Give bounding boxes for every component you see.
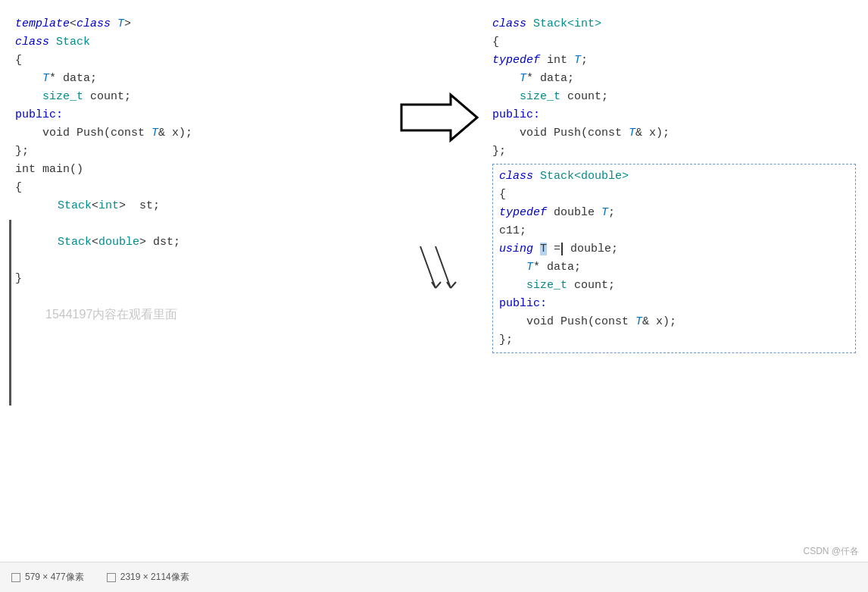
left-border — [9, 220, 11, 406]
curved-arrows-icon — [409, 243, 470, 334]
code-line: Stack<int> st; — [15, 197, 379, 215]
code-line: }; — [492, 143, 860, 161]
code-line: T* data; — [15, 70, 379, 88]
code-line: typedef int T; — [492, 52, 860, 70]
code-line — [15, 252, 379, 270]
code-line: { — [15, 179, 379, 197]
code-line: { — [15, 52, 379, 70]
code-line: size_t count; — [15, 88, 379, 106]
bottom-item-2: 2319 × 2114像素 — [107, 571, 189, 584]
code-line: { — [492, 33, 860, 52]
code-line: T* data; — [499, 258, 849, 277]
code-line: typedef double T; — [499, 204, 849, 222]
code-line: void Push(const T& x); — [15, 124, 379, 143]
bottom-item-2-label: 2319 × 2114像素 — [120, 571, 189, 584]
svg-marker-0 — [401, 95, 477, 140]
code-line: { — [499, 186, 849, 204]
code-line: template<class T> — [15, 15, 379, 33]
code-line: void Push(const T& x); — [492, 124, 860, 143]
csdn-label: CSDN @仟各 — [803, 545, 859, 558]
checkbox-icon-2 — [107, 573, 116, 582]
svg-line-1 — [420, 246, 436, 288]
code-line: public: — [499, 295, 849, 313]
code-line: }; — [499, 331, 849, 349]
middle-area — [394, 8, 485, 553]
code-line: using T = double; — [499, 240, 849, 258]
watermark: 1544197内容在观看里面 — [45, 307, 177, 323]
code-line: int main() — [15, 161, 379, 179]
code-line: public: — [15, 106, 379, 124]
code-line: }; — [15, 143, 379, 161]
bottom-item-1-label: 579 × 477像素 — [25, 571, 84, 584]
right-arrow-icon — [398, 91, 481, 144]
code-line: c11; — [499, 222, 849, 240]
svg-line-4 — [436, 246, 451, 288]
bottom-bar: 579 × 477像素 2319 × 2114像素 — [0, 562, 868, 592]
code-line: public: — [492, 106, 860, 124]
left-panel: template<class T> class Stack { T* data;… — [0, 8, 394, 553]
checkbox-icon — [11, 573, 20, 582]
code-line: size_t count; — [492, 88, 860, 106]
bottom-item-1: 579 × 477像素 — [11, 571, 84, 584]
code-line: size_t count; — [499, 277, 849, 295]
right-panel: class Stack<int> { typedef int T; T* dat… — [485, 8, 868, 553]
code-line — [15, 215, 379, 233]
main-content: template<class T> class Stack { T* data;… — [0, 0, 868, 561]
code-line: void Push(const T& x); — [499, 313, 849, 331]
svg-line-6 — [451, 282, 456, 288]
code-line: class Stack<double> — [499, 168, 849, 186]
code-line: Stack<double> dst; — [15, 233, 379, 252]
code-line: class Stack<int> — [492, 15, 860, 33]
svg-line-3 — [436, 282, 441, 288]
code-line: } — [15, 270, 379, 288]
right-block2-container: class Stack<double> { typedef double T; … — [492, 164, 856, 353]
code-line: class Stack — [15, 33, 379, 52]
code-line: T* data; — [492, 70, 860, 88]
right-block1: class Stack<int> { typedef int T; T* dat… — [492, 15, 860, 161]
